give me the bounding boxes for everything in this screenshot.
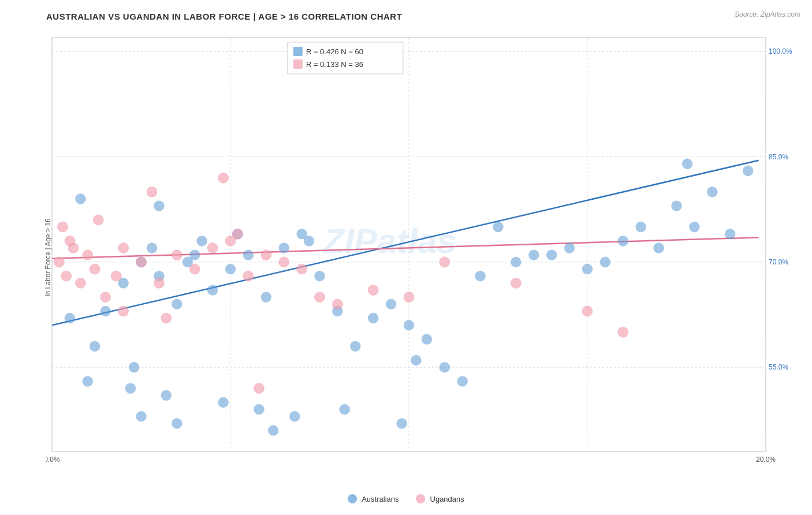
- legend-item-australians: Australians: [348, 494, 398, 503]
- svg-point-102: [404, 292, 414, 303]
- svg-point-88: [136, 257, 147, 267]
- chart-container: AUSTRALIAN VS UGANDAN IN LABOR FORCE | A…: [0, 0, 812, 515]
- svg-point-61: [528, 250, 539, 260]
- svg-text:R =  0.133   N = 36: R = 0.133 N = 36: [306, 60, 363, 69]
- svg-point-29: [189, 250, 200, 260]
- svg-point-107: [218, 173, 229, 183]
- svg-text:0.0%: 0.0%: [46, 456, 60, 464]
- svg-point-47: [546, 250, 557, 260]
- svg-point-70: [304, 236, 314, 246]
- svg-point-54: [125, 383, 136, 394]
- svg-point-111: [118, 306, 129, 316]
- svg-point-114: [618, 327, 628, 337]
- svg-point-30: [197, 236, 207, 246]
- svg-point-37: [315, 271, 325, 281]
- svg-point-35: [279, 243, 289, 253]
- svg-point-73: [268, 426, 278, 436]
- svg-point-39: [350, 341, 360, 352]
- svg-rect-118: [293, 59, 303, 69]
- svg-point-57: [254, 404, 264, 415]
- svg-point-25: [147, 243, 157, 253]
- svg-point-72: [172, 418, 182, 428]
- svg-point-108: [58, 222, 68, 232]
- svg-point-59: [397, 418, 407, 428]
- svg-text:70.0%: 70.0%: [769, 258, 788, 266]
- australians-legend-label: Australians: [362, 495, 398, 503]
- svg-point-62: [564, 243, 575, 253]
- svg-point-87: [118, 243, 129, 253]
- svg-point-55: [161, 390, 172, 401]
- svg-point-41: [386, 299, 396, 309]
- svg-point-74: [340, 404, 350, 415]
- svg-point-97: [279, 257, 289, 267]
- legend-container: Australians Ugandans: [348, 494, 464, 503]
- svg-point-71: [136, 411, 147, 421]
- svg-rect-116: [293, 47, 303, 56]
- svg-point-58: [289, 411, 300, 421]
- svg-point-86: [111, 271, 121, 281]
- svg-point-46: [511, 257, 521, 267]
- svg-point-100: [332, 299, 342, 309]
- australians-legend-circle: [348, 494, 357, 503]
- svg-text:20.0%: 20.0%: [756, 456, 776, 464]
- svg-point-40: [368, 313, 378, 323]
- svg-point-92: [207, 243, 218, 253]
- svg-point-43: [422, 334, 432, 345]
- svg-point-77: [743, 166, 753, 176]
- source-text: Source: ZipAtlas.com: [735, 10, 800, 18]
- svg-point-31: [207, 285, 218, 295]
- svg-point-20: [90, 341, 100, 352]
- svg-point-91: [189, 264, 200, 274]
- svg-point-63: [600, 257, 610, 267]
- chart-title: AUSTRALIAN VS UGANDAN IN LABOR FORCE | A…: [46, 12, 800, 21]
- svg-text:55.0%: 55.0%: [769, 363, 788, 371]
- svg-text:ZIPatlas: ZIPatlas: [322, 222, 456, 260]
- svg-point-78: [493, 222, 504, 232]
- svg-point-21: [100, 306, 111, 316]
- svg-point-84: [90, 264, 100, 274]
- svg-point-49: [618, 236, 628, 246]
- svg-point-99: [315, 292, 325, 303]
- svg-point-83: [83, 250, 93, 260]
- svg-point-27: [172, 299, 182, 309]
- svg-point-98: [297, 264, 307, 274]
- svg-point-94: [243, 271, 254, 281]
- svg-point-33: [243, 250, 254, 260]
- svg-point-42: [404, 320, 414, 330]
- svg-point-44: [439, 362, 450, 372]
- svg-point-95: [232, 229, 243, 239]
- ugandans-legend-circle: [416, 494, 426, 503]
- svg-point-75: [411, 355, 421, 365]
- svg-text:85.0%: 85.0%: [769, 153, 788, 161]
- legend-item-ugandans: Ugandans: [416, 494, 464, 503]
- svg-point-32: [225, 264, 236, 274]
- svg-text:100.0%: 100.0%: [769, 47, 792, 55]
- svg-point-89: [154, 278, 164, 288]
- svg-point-67: [154, 201, 164, 211]
- svg-point-66: [707, 186, 717, 197]
- svg-point-82: [75, 278, 85, 288]
- svg-text:R = 0.426   N = 60: R = 0.426 N = 60: [306, 47, 363, 56]
- svg-point-110: [93, 215, 103, 225]
- svg-point-64: [636, 222, 646, 232]
- svg-point-80: [61, 271, 72, 281]
- svg-point-90: [172, 250, 182, 260]
- svg-point-56: [218, 397, 229, 408]
- svg-point-68: [75, 194, 85, 204]
- svg-point-48: [582, 264, 593, 274]
- svg-point-65: [672, 201, 682, 211]
- chart-area: 55.0%70.0%85.0%100.0%0.0%20.0%ZIPatlasR …: [46, 32, 800, 469]
- svg-point-109: [65, 236, 75, 246]
- svg-point-50: [654, 243, 664, 253]
- svg-point-113: [254, 383, 264, 394]
- svg-point-34: [261, 292, 271, 303]
- svg-point-53: [83, 376, 93, 386]
- svg-point-60: [457, 376, 468, 386]
- svg-point-79: [54, 257, 64, 267]
- svg-point-103: [439, 257, 450, 267]
- svg-point-104: [511, 278, 521, 288]
- svg-point-45: [475, 271, 486, 281]
- svg-point-19: [65, 313, 75, 323]
- svg-point-76: [682, 159, 692, 169]
- svg-point-23: [129, 362, 139, 372]
